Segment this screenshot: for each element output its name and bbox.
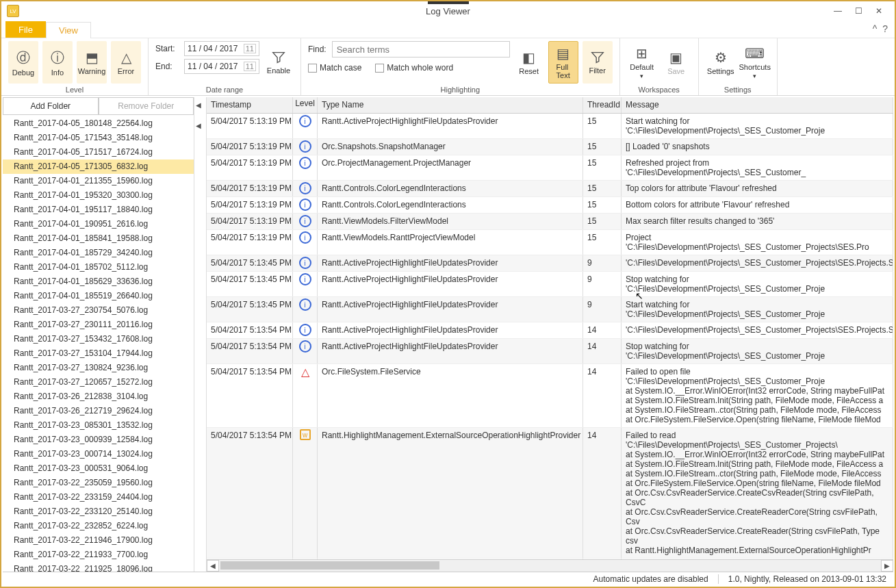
table-row[interactable]: 5/04/2017 5:13:19 PMiRantt.ActiveProject… — [207, 114, 893, 139]
table-row[interactable]: 5/04/2017 5:13:54 PMiRantt.ActiveProject… — [207, 322, 893, 339]
file-item[interactable]: Rantt_2017-03-22_211946_17900.log — [3, 533, 194, 548]
file-item[interactable]: Rantt_2017-03-22_233159_24404.log — [3, 490, 194, 504]
remove-folder-button[interactable]: Remove Folder — [99, 97, 194, 115]
file-item[interactable]: Rantt_2017-04-01_185841_19588.log — [3, 231, 194, 246]
window-drag-handle[interactable] — [428, 1, 469, 4]
shortcuts-button[interactable]: ⌨Shortcuts▾ — [740, 41, 770, 84]
grid-body[interactable]: 5/04/2017 5:13:19 PMiRantt.ActiveProject… — [207, 114, 893, 559]
file-item[interactable]: Rantt_2017-03-22_232852_6224.log — [3, 519, 194, 533]
file-item[interactable]: Rantt_2017-04-01_185729_34240.log — [3, 246, 194, 260]
level-debug-button[interactable]: ⓓDebug — [8, 41, 38, 84]
header-type[interactable]: Type Name — [318, 97, 583, 113]
horizontal-scrollbar[interactable]: ◀ ▶ — [207, 559, 893, 572]
file-item[interactable]: Rantt_2017-04-01_195320_30300.log — [3, 188, 194, 203]
start-date-input[interactable]: 11 / 04 / 201711 — [184, 41, 259, 56]
splitter[interactable]: ◀ ◀ — [194, 97, 207, 572]
header-timestamp[interactable]: Timestamp — [207, 97, 293, 113]
file-item[interactable]: Rantt_2017-04-05_180148_22564.log — [3, 116, 194, 131]
table-row[interactable]: 5/04/2017 5:13:45 PMiRantt.ActiveProject… — [207, 272, 893, 297]
file-item[interactable]: Rantt_2017-03-22_211933_7700.log — [3, 548, 194, 562]
scroll-right-icon[interactable]: ▶ — [881, 560, 893, 572]
file-item[interactable]: Rantt_2017-04-05_171517_16724.log — [3, 145, 194, 159]
full-text-button[interactable]: ▤Full Text — [548, 41, 578, 84]
file-list[interactable]: Rantt_2017-04-05_180148_22564.logRantt_2… — [3, 115, 194, 572]
level-warning-button[interactable]: ⬒Warning — [77, 41, 107, 84]
table-row[interactable]: 5/04/2017 5:13:19 PMiOrc.ProjectManageme… — [207, 155, 893, 181]
collapse-left-icon[interactable]: ◀ — [196, 122, 201, 129]
file-item[interactable]: Rantt_2017-04-01_211355_15960.log — [3, 174, 194, 188]
file-item[interactable]: Rantt_2017-04-01_185519_26640.log — [3, 289, 194, 303]
file-item[interactable]: Rantt_2017-04-01_195117_18840.log — [3, 203, 194, 217]
file-item[interactable]: Rantt_2017-03-27_230754_5076.log — [3, 303, 194, 318]
header-message[interactable]: Message — [622, 97, 893, 113]
info-icon: i — [299, 298, 311, 311]
settings-button[interactable]: ⚙Settings — [706, 41, 736, 84]
file-item[interactable]: Rantt_2017-03-26_212719_29624.log — [3, 404, 194, 418]
filter-button[interactable]: Filter — [583, 41, 613, 84]
collapse-left-icon[interactable]: ◀ — [196, 101, 201, 109]
table-row[interactable]: 5/04/2017 5:13:54 PMwRantt.HighlightMana… — [207, 428, 893, 559]
level-error-button[interactable]: △Error — [111, 41, 141, 84]
table-row[interactable]: 5/04/2017 5:13:19 PMiRantt.Controls.Colo… — [207, 181, 893, 197]
keyboard-icon: ⌨ — [745, 45, 765, 62]
header-level[interactable]: Level — [293, 97, 318, 113]
file-item[interactable]: Rantt_2017-03-23_085301_13532.log — [3, 418, 194, 433]
cell-timestamp: 5/04/2017 5:13:54 PM — [207, 339, 293, 363]
file-item[interactable]: Rantt_2017-03-27_153104_17944.log — [3, 346, 194, 361]
table-row[interactable]: 5/04/2017 5:13:45 PMiRantt.ActiveProject… — [207, 297, 893, 322]
match-whole-checkbox[interactable]: Match whole word — [375, 63, 453, 73]
body: Add Folder Remove Folder Rantt_2017-04-0… — [3, 97, 893, 572]
file-item[interactable]: Rantt_2017-03-22_233120_25140.log — [3, 504, 194, 519]
end-date-input[interactable]: 11 / 04 / 201711 — [184, 59, 259, 74]
table-row[interactable]: 5/04/2017 5:13:19 PMiRantt.ViewModels.Ra… — [207, 230, 893, 255]
tab-view[interactable]: View — [46, 22, 91, 38]
file-item[interactable]: Rantt_2017-03-26_212838_3104.log — [3, 389, 194, 404]
close-button[interactable]: ✕ — [869, 3, 889, 18]
reset-button[interactable]: ◧Reset — [514, 41, 544, 84]
default-workspace-button[interactable]: ⊞Default▾ — [627, 41, 657, 84]
file-item[interactable]: Rantt_2017-03-27_153432_17608.log — [3, 332, 194, 346]
enable-daterange-button[interactable]: Enable — [264, 41, 294, 84]
table-row[interactable]: 5/04/2017 5:13:45 PMiRantt.ActiveProject… — [207, 255, 893, 272]
file-item[interactable]: Rantt_2017-03-22_211925_18096.log — [3, 562, 194, 572]
table-row[interactable]: 5/04/2017 5:13:19 PMiRantt.Controls.Colo… — [207, 197, 893, 214]
file-item[interactable]: Rantt_2017-03-23_000714_13024.log — [3, 447, 194, 461]
table-row[interactable]: 5/04/2017 5:13:19 PMiRantt.ViewModels.Fi… — [207, 214, 893, 230]
scroll-thumb[interactable] — [220, 561, 439, 570]
cell-type: Orc.ProjectManagement.ProjectManager — [318, 155, 583, 180]
table-row[interactable]: 5/04/2017 5:13:19 PMiOrc.Snapshots.Snaps… — [207, 139, 893, 155]
match-case-checkbox[interactable]: Match case — [308, 63, 361, 73]
file-item[interactable]: Rantt_2017-03-27_120657_15272.log — [3, 375, 194, 389]
maximize-button[interactable]: ☐ — [848, 3, 869, 18]
file-item[interactable]: Rantt_2017-03-22_235059_19560.log — [3, 476, 194, 490]
minimize-button[interactable]: — — [828, 3, 848, 18]
file-item[interactable]: Rantt_2017-04-05_171543_35148.log — [3, 131, 194, 145]
file-item[interactable]: Rantt_2017-04-01_185629_33636.log — [3, 274, 194, 289]
cell-type: Rantt.ActiveProjectHighlightFileUpdatesP… — [318, 339, 583, 363]
add-folder-button[interactable]: Add Folder — [3, 97, 99, 115]
file-item[interactable]: Rantt_2017-04-05_171305_6832.log — [3, 159, 194, 174]
save-workspace-button[interactable]: ▣Save — [661, 41, 691, 84]
file-item[interactable]: Rantt_2017-04-01_190951_2616.log — [3, 217, 194, 231]
cell-thread: 14 — [583, 364, 622, 427]
file-item[interactable]: Rantt_2017-03-27_130824_9236.log — [3, 361, 194, 375]
level-info-button[interactable]: ⓘInfo — [42, 41, 73, 84]
search-input[interactable] — [332, 41, 510, 57]
header-thread[interactable]: ThreadId — [583, 97, 622, 113]
file-item[interactable]: Rantt_2017-04-01_185702_5112.log — [3, 260, 194, 274]
calendar-icon[interactable]: 11 — [244, 44, 256, 53]
tab-file[interactable]: File — [5, 21, 46, 38]
help-icon[interactable]: ? — [882, 23, 888, 34]
cell-timestamp: 5/04/2017 5:13:19 PM — [207, 155, 293, 180]
calendar-icon[interactable]: 11 — [244, 62, 256, 71]
cell-timestamp: 5/04/2017 5:13:19 PM — [207, 197, 293, 213]
scroll-left-icon[interactable]: ◀ — [207, 560, 219, 572]
file-item[interactable]: Rantt_2017-03-27_230111_20116.log — [3, 318, 194, 332]
table-row[interactable]: 5/04/2017 5:13:54 PMiRantt.ActiveProject… — [207, 339, 893, 364]
error-icon: △ — [121, 49, 131, 66]
file-item[interactable]: Rantt_2017-03-23_000939_12584.log — [3, 433, 194, 447]
warning-icon: ⬒ — [86, 49, 99, 66]
file-item[interactable]: Rantt_2017-03-23_000531_9064.log — [3, 461, 194, 476]
ribbon-collapse-icon[interactable]: ^ — [873, 23, 878, 34]
table-row[interactable]: 5/04/2017 5:13:54 PM△Orc.FileSystem.File… — [207, 364, 893, 428]
